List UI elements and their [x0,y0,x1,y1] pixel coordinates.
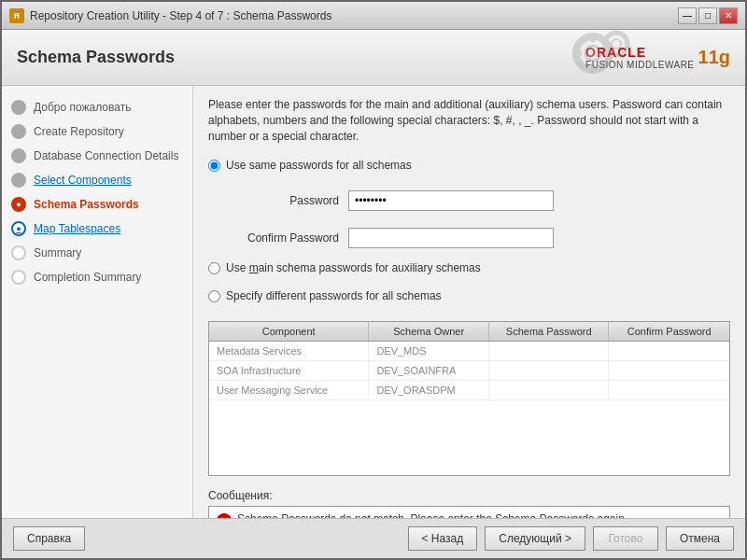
restore-button[interactable]: □ [698,7,717,24]
radio-main-schema-label: Use main schema passwords for auxiliary … [226,261,481,274]
minimize-button[interactable]: — [678,7,697,24]
sidebar: Добро пожаловать Create Repository Datab… [2,86,193,518]
svg-point-7 [612,39,621,49]
radio-different-passwords[interactable]: Specify different passwords for all sche… [208,289,730,302]
col-confirm-password: Confirm Password [609,322,729,341]
confirm-password-row: Confirm Password [227,228,730,248]
help-button[interactable]: Справка [13,526,85,551]
col-component: Component [209,322,369,341]
main-panel: Please enter the passwords for the main … [193,86,745,518]
table-row: Metadata Services DEV_MDS [209,342,729,361]
schema-table: Component Schema Owner Schema Password C… [208,321,730,476]
cell-component-2: User Messaging Service [209,381,369,399]
step-icon-map: ● [11,221,26,236]
sidebar-item-summary: Summary [2,241,192,265]
cell-owner-2: DEV_ORASDPM [369,381,489,399]
step-icon-welcome [11,100,26,115]
back-button[interactable]: < Назад [408,526,478,551]
sidebar-item-create-repo: Create Repository [2,119,192,144]
cell-owner-1: DEV_SOAINFRA [369,361,489,380]
sidebar-item-map-tablespaces[interactable]: ● Map Tablespaces [2,217,192,241]
step-icon-db [11,148,26,163]
page-title: Schema Passwords [17,48,175,67]
sidebar-item-completion: Completion Summary [2,265,192,289]
content-area: Добро пожаловать Create Repository Datab… [2,86,745,518]
step-icon-select [11,173,26,188]
cancel-button[interactable]: Отмена [666,526,734,551]
confirm-password-input[interactable] [348,228,554,248]
step-icon-completion [11,270,26,285]
messages-label: Сообщения: [208,489,730,502]
gear-decoration [560,30,635,79]
cell-component-0: Metadata Services [209,342,369,360]
cell-password-1 [489,361,610,380]
table-row: User Messaging Service DEV_ORASDPM [209,381,729,400]
radio-main-schema[interactable]: Use main schema passwords for auxiliary … [208,261,730,274]
password-label: Password [227,194,339,207]
footer: Справка < Назад Следующий > Готово Отмен… [2,518,745,558]
step-icon-create [11,124,26,139]
radio-same-password[interactable]: Use same passwords for all schemas [208,159,730,172]
sidebar-item-schema-passwords: ● Schema Passwords [2,192,192,217]
window-title: Repository Creation Utility - Step 4 of … [30,9,331,22]
title-bar: R Repository Creation Utility - Step 4 o… [2,2,745,30]
header: Schema Passwords ORACLE FUSION MIDDLEWAR… [2,30,745,86]
radio-different-passwords-label: Specify different passwords for all sche… [226,289,442,302]
cell-confirm-2 [609,381,729,399]
svg-point-1 [585,46,600,61]
messages-section: Сообщения: ✕ Schema Passwords do not mat… [208,489,730,518]
step-icon-summary [11,245,26,260]
cell-confirm-0 [609,342,729,360]
sidebar-item-db-connection: Database Connection Details [2,144,192,168]
password-row: Password [227,190,730,211]
sidebar-item-welcome: Добро пожаловать [2,95,192,119]
cell-confirm-1 [609,361,729,380]
table-empty-space [209,400,729,475]
window-controls: — □ ✕ [678,7,738,24]
radio-different-passwords-input[interactable] [208,290,220,302]
step-icon-schema: ● [11,197,26,212]
next-button[interactable]: Следующий > [485,526,585,551]
cell-password-0 [489,342,610,360]
info-text: Please enter the passwords for the main … [208,97,730,144]
close-button[interactable]: ✕ [719,7,738,24]
radio-same-password-input[interactable] [208,160,220,172]
sidebar-item-select-components[interactable]: Select Components [2,168,192,192]
col-schema-password: Schema Password [489,322,610,341]
table-header: Component Schema Owner Schema Password C… [209,322,729,342]
table-row: SOA Infrastructure DEV_SOAINFRA [209,361,729,381]
radio-same-password-label: Use same passwords for all schemas [226,159,412,172]
confirm-password-label: Confirm Password [227,231,339,245]
oracle-version: 11g [698,47,730,68]
cell-owner-0: DEV_MDS [369,342,489,360]
cell-password-2 [489,381,610,399]
cell-component-1: SOA Infrastructure [209,361,369,380]
app-icon: R [9,8,24,23]
radio-main-schema-input[interactable] [208,262,220,274]
finish-button[interactable]: Готово [593,526,658,551]
password-input[interactable] [348,190,554,211]
messages-box: ✕ Schema Passwords do not match. Please … [208,506,730,518]
col-schema-owner: Schema Owner [369,322,489,341]
